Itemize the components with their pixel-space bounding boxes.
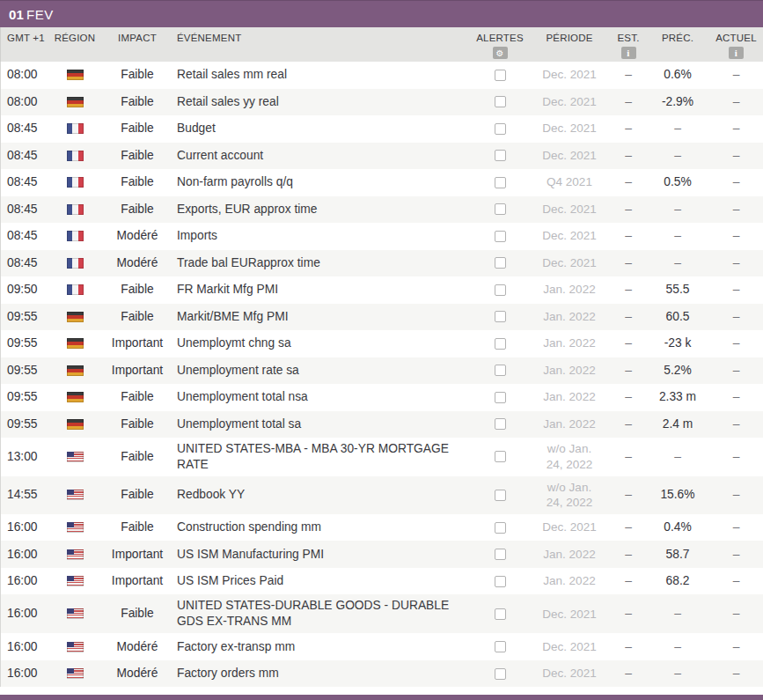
- estimate-value: –: [611, 121, 646, 136]
- col-header-event: ÉVÉNEMENT: [177, 33, 472, 62]
- alert-checkbox[interactable]: [495, 641, 506, 652]
- alert-checkbox[interactable]: [495, 123, 506, 135]
- col-header-region-label: RÉGION: [55, 33, 96, 44]
- alert-checkbox[interactable]: [495, 70, 506, 81]
- impact-label: Faible: [98, 309, 177, 325]
- event-time: 14:55: [1, 487, 52, 503]
- col-header-prev: PRÉC.: [646, 33, 709, 62]
- region-flag-icon: [67, 97, 84, 107]
- event-time: 16:00: [1, 573, 52, 589]
- event-name: Budget: [177, 121, 472, 136]
- period-label: Jan. 2022: [543, 309, 595, 325]
- previous-value: 0.5%: [646, 174, 709, 190]
- gear-icon[interactable]: ⚙: [493, 47, 508, 59]
- event-time: 08:45: [1, 121, 52, 136]
- day-number: 01: [9, 7, 24, 22]
- alert-checkbox[interactable]: [495, 576, 506, 587]
- next-day-header-partial: [0, 695, 763, 700]
- actual-value: –: [709, 228, 763, 244]
- impact-label: Faible: [98, 487, 177, 503]
- alert-checkbox[interactable]: [495, 490, 506, 501]
- info-icon[interactable]: i: [729, 47, 744, 59]
- alert-checkbox[interactable]: [495, 392, 506, 403]
- estimate-value: –: [611, 335, 646, 351]
- event-name: Factory ex-transp mm: [177, 639, 472, 655]
- table-row: 08:45 Faible Non-farm payrolls q/q Q4 20…: [1, 169, 763, 196]
- actual-value: –: [709, 487, 763, 503]
- event-time: 08:00: [1, 67, 52, 83]
- event-time: 08:45: [1, 174, 52, 190]
- previous-value: –: [646, 606, 709, 622]
- table-row: 09:55 Faible Markit/BME Mfg PMI Jan. 202…: [1, 304, 763, 331]
- previous-value: 2.4 m: [646, 416, 709, 432]
- estimate-value: –: [611, 282, 646, 298]
- period-label: Jan. 2022: [543, 416, 595, 432]
- alert-checkbox[interactable]: [495, 203, 506, 215]
- estimate-value: –: [611, 389, 646, 405]
- actual-value: –: [709, 335, 763, 351]
- table-row: 16:00 Faible Construction spending mm De…: [1, 514, 763, 542]
- event-name: US ISM Prices Paid: [177, 573, 472, 589]
- region-flag-icon: [67, 642, 84, 652]
- event-name: UNITED STATES-DURABLE GOODS - DURABLE GD…: [177, 598, 472, 630]
- period-label: Dec. 2021: [542, 94, 597, 110]
- estimate-value: –: [611, 547, 646, 563]
- impact-label: Important: [98, 547, 177, 563]
- period-label: Jan. 2022: [543, 573, 595, 589]
- previous-value: –: [646, 202, 709, 217]
- event-time: 16:00: [1, 606, 52, 622]
- actual-value: –: [709, 606, 763, 622]
- previous-value: –: [646, 121, 709, 136]
- alert-checkbox[interactable]: [495, 668, 506, 680]
- day-month: FEV: [26, 7, 54, 22]
- info-icon[interactable]: i: [621, 47, 636, 59]
- alert-checkbox[interactable]: [495, 608, 506, 620]
- alert-checkbox[interactable]: [495, 451, 506, 462]
- impact-label: Faible: [98, 202, 177, 217]
- actual-value: –: [709, 67, 763, 83]
- alert-checkbox[interactable]: [495, 365, 506, 376]
- alert-checkbox[interactable]: [495, 311, 506, 322]
- region-flag-icon: [67, 576, 84, 586]
- actual-value: –: [709, 255, 763, 271]
- alert-checkbox[interactable]: [495, 257, 506, 269]
- impact-label: Faible: [98, 606, 177, 622]
- col-header-event-label: ÉVÉNEMENT: [177, 33, 241, 44]
- estimate-value: –: [611, 416, 646, 432]
- alert-checkbox[interactable]: [495, 177, 506, 188]
- period-label: Dec. 2021: [542, 255, 597, 271]
- previous-value: –: [646, 666, 709, 682]
- table-row: 08:45 Faible Current account Dec. 2021 –…: [1, 143, 763, 170]
- estimate-value: –: [611, 606, 646, 622]
- table-row: 08:00 Faible Retail sales yy real Dec. 2…: [1, 89, 763, 116]
- region-flag-icon: [67, 70, 84, 80]
- previous-value: 5.2%: [646, 363, 709, 379]
- table-row: 16:00 Modéré Factory orders mm Dec. 2021…: [1, 660, 763, 688]
- estimate-value: –: [611, 519, 646, 535]
- alert-checkbox[interactable]: [495, 150, 506, 161]
- col-header-actual-label: ACTUEL: [715, 33, 757, 44]
- region-flag-icon: [67, 151, 84, 161]
- table-row: 14:55 Faible Redbook YY w/o Jan. 24, 202…: [1, 476, 763, 514]
- alert-checkbox[interactable]: [495, 338, 506, 350]
- alert-checkbox[interactable]: [495, 522, 506, 534]
- table-row: 09:55 Important Unemployment rate sa Jan…: [1, 357, 763, 385]
- alert-checkbox[interactable]: [495, 549, 506, 560]
- previous-value: –: [646, 228, 709, 244]
- period-label: Dec. 2021: [542, 666, 597, 682]
- alert-checkbox[interactable]: [495, 231, 506, 242]
- actual-value: –: [709, 666, 763, 682]
- impact-label: Faible: [98, 416, 177, 432]
- alert-checkbox[interactable]: [495, 418, 506, 430]
- alert-checkbox[interactable]: [495, 96, 506, 107]
- table-row: 16:00 Important US ISM Manufacturing PMI…: [1, 541, 763, 568]
- region-flag-icon: [67, 204, 84, 215]
- col-header-est-label: EST.: [617, 33, 639, 44]
- impact-label: Important: [98, 335, 177, 351]
- region-flag-icon: [67, 549, 84, 560]
- event-time: 09:55: [1, 335, 52, 351]
- estimate-value: –: [611, 148, 646, 164]
- alert-checkbox[interactable]: [495, 284, 506, 296]
- col-header-impact: IMPACT: [98, 33, 177, 62]
- region-flag-icon: [67, 452, 84, 462]
